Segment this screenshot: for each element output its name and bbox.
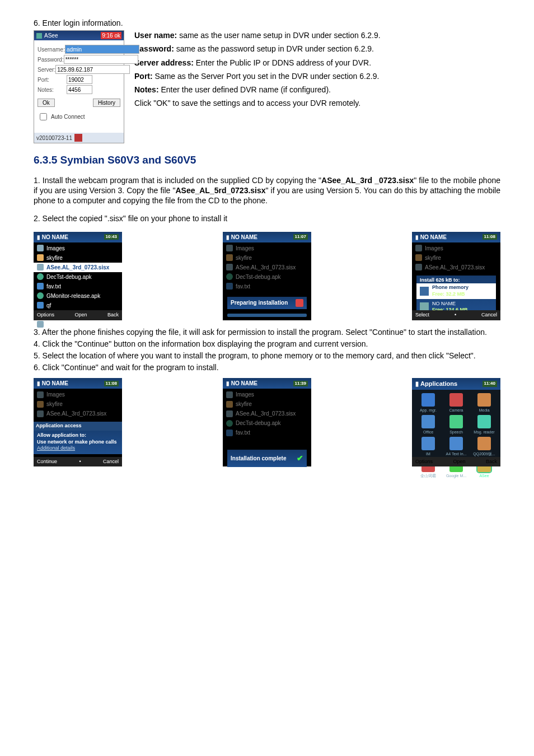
ok-button[interactable]: Ok [38, 99, 55, 107]
auto-connect-checkbox[interactable] [40, 113, 47, 120]
history-button[interactable]: History [93, 99, 120, 107]
phone-shot-preparing: ▮ NO NAME11:07 Images skyfire ASee.AL_3r… [223, 232, 311, 320]
asee-screenshot: ASee9:16 ok Username: Password: Server: … [34, 30, 124, 143]
steps-3-6: 3. After the phone finishes copying the … [34, 327, 500, 373]
phone-shot-filelist: ▮ NO NAME10:43 Images skyfire ASee.AL_3r… [34, 232, 122, 320]
section-heading: 6.3.5 Symbian S60V3 and S60V5 [34, 153, 500, 167]
sym-step-1: 1. Install the webcam program that is in… [34, 175, 500, 206]
step-6: 6. Enter login information. [34, 18, 500, 28]
gear-icon [296, 299, 303, 307]
field-notes: User name: same as the user name setup i… [134, 30, 500, 143]
phone-shot-app-access: ▮ NO NAME11:08 Images skyfire ASee.AL_3r… [34, 378, 122, 466]
notes-input[interactable] [67, 85, 92, 94]
phone-shot-install-target: ▮ NO NAME11:08 Images skyfire ASee.AL_3r… [412, 232, 500, 320]
phone-shot-install-complete: ▮ NO NAME11:39 Images skyfire ASee.AL_3r… [223, 378, 311, 466]
check-icon: ✔ [297, 453, 303, 463]
username-input[interactable] [65, 45, 139, 54]
port-input[interactable] [67, 75, 92, 84]
password-input[interactable] [64, 55, 138, 64]
sym-step-2: 2. Select the copied ".sisx" file on you… [34, 213, 500, 223]
server-input[interactable] [55, 65, 130, 74]
phone-shot-applications: ▮ Applications11:40 App. mgr. Camera Med… [412, 378, 500, 466]
